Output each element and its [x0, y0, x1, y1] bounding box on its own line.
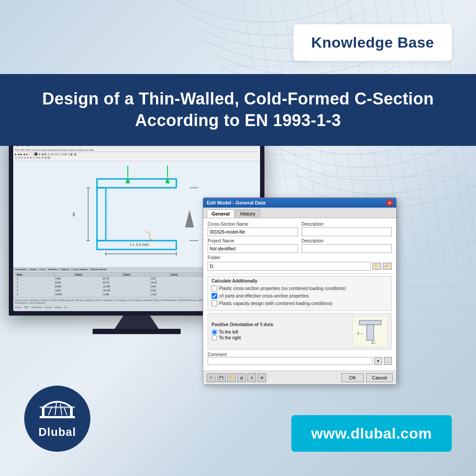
- svg-rect-58: [40, 406, 75, 408]
- logo-container: Dlubal: [24, 386, 90, 452]
- radio-left-label: To the left: [219, 330, 238, 335]
- tab-general[interactable]: General: [207, 209, 234, 218]
- svg-rect-29: [97, 179, 176, 188]
- cross-section-desc-group: Description: [301, 222, 392, 236]
- orientation-title: Positive Orientation of Y-Axis: [212, 322, 348, 327]
- footer-icons: ? 💾 📂 🖨 ℹ ⚙: [207, 373, 266, 382]
- dialog-close-button[interactable]: ✕: [387, 200, 393, 206]
- svg-marker-35: [126, 177, 130, 183]
- calculate-title: Calculate Additionally: [212, 279, 388, 283]
- folder-new-button[interactable]: 📂: [383, 263, 392, 270]
- radio-right-row: To the right: [212, 335, 348, 341]
- orientation-section: Positive Orientation of Y-Axis To the le…: [208, 313, 392, 350]
- project-name-label: Project Name: [208, 238, 298, 243]
- folder-browse-button[interactable]: 📁: [372, 263, 381, 270]
- project-desc-input[interactable]: [301, 244, 392, 253]
- dlubal-logo-icon: [40, 398, 75, 423]
- svg-rect-48: [367, 325, 374, 340]
- cross-section-label: Cross-Section Name: [208, 222, 298, 227]
- svg-line-57: [64, 407, 67, 415]
- svg-line-56: [60, 404, 62, 415]
- folder-label: Folder:: [208, 255, 221, 260]
- comment-dropdown-button[interactable]: ▼: [374, 357, 382, 365]
- svg-text:89: 89: [72, 212, 76, 216]
- title-banner: Design of a Thin-Walled, Cold-Formed C-S…: [0, 74, 476, 146]
- footer-save-icon[interactable]: 💾: [217, 373, 226, 382]
- footer-buttons: OK Cancel: [342, 373, 393, 382]
- svg-text:Z↓: Z↓: [372, 340, 376, 345]
- dialog-footer: ? 💾 📂 🖨 ℹ ⚙ OK Cancel: [203, 371, 396, 384]
- project-desc-label: Description: [301, 238, 392, 243]
- dialog-title-text: Edit Model - General Data: [207, 200, 265, 205]
- radio-left[interactable]: [212, 329, 217, 335]
- url-badge: www.dlubal.com: [291, 415, 452, 452]
- svg-marker-36: [165, 177, 170, 183]
- checkbox-plastic[interactable]: [212, 286, 217, 291]
- footer-help-icon[interactable]: ?: [207, 373, 216, 382]
- comment-row: Comment ▼ ...: [208, 352, 392, 365]
- checkbox-capacity-row: Plastic capacity design (with combined l…: [212, 301, 388, 306]
- svg-rect-51: [40, 416, 75, 418]
- svg-rect-30: [97, 188, 106, 241]
- checkbox-plastic-label: Plastic cross-section properties (no com…: [219, 286, 346, 291]
- knowledge-badge: Knowledge Base: [294, 24, 452, 61]
- radio-left-row: To the left: [212, 329, 348, 335]
- comment-label: Comment: [208, 352, 227, 357]
- project-name-row: Project Name Description: [208, 238, 392, 253]
- separator-1: [208, 273, 392, 274]
- footer-info-icon[interactable]: ℹ: [247, 373, 256, 382]
- checkbox-capacity[interactable]: [212, 301, 217, 306]
- checkbox-ct-row: c/t parts and effective cross-section pr…: [212, 293, 388, 299]
- title-text: Design of a Thin-Walled, Cold-Formed C-S…: [24, 88, 452, 132]
- cross-section-input[interactable]: [208, 227, 298, 236]
- radio-right[interactable]: [212, 335, 217, 341]
- c-section-drawing: t = 3.4 mm 89: [62, 166, 212, 263]
- checkbox-capacity-label: Plastic capacity design (with combined l…: [219, 301, 332, 306]
- svg-text:Y→: Y→: [357, 331, 364, 336]
- checkbox-ct[interactable]: [212, 293, 217, 299]
- comment-input[interactable]: [208, 357, 372, 365]
- dialog-tabs: General History: [203, 208, 396, 218]
- project-name-input[interactable]: [208, 244, 298, 253]
- monitor-toolbar: File Edit View Insert Loads Calculate Re…: [13, 148, 260, 161]
- ok-button[interactable]: OK: [342, 373, 364, 382]
- edit-model-dialog: Edit Model - General Data ✕ General Hist…: [203, 197, 397, 385]
- folder-input[interactable]: [208, 262, 371, 271]
- y-axis-diagram: Y→ Z↓: [353, 316, 388, 347]
- checkbox-plastic-row: Plastic cross-section properties (no com…: [212, 286, 388, 291]
- cross-section-desc-input[interactable]: [301, 227, 392, 236]
- cross-section-row: Cross-Section Name Description: [208, 222, 392, 236]
- svg-rect-47: [359, 320, 381, 325]
- monitor-stand: [115, 316, 159, 329]
- svg-marker-43: [185, 210, 194, 227]
- radio-right-label: To the right: [219, 335, 241, 340]
- tab-history[interactable]: History: [235, 209, 260, 218]
- checkbox-ct-label: c/t parts and effective cross-section pr…: [219, 293, 309, 299]
- comment-browse-button[interactable]: ...: [384, 357, 392, 365]
- knowledge-badge-text: Knowledge Base: [311, 34, 434, 51]
- calculate-section: Calculate Additionally Plastic cross-sec…: [208, 276, 392, 311]
- footer-open-icon[interactable]: 📂: [227, 373, 236, 382]
- cross-section-desc-label: Description: [301, 222, 392, 227]
- logo-text: Dlubal: [38, 425, 76, 439]
- project-name-group: Project Name: [208, 238, 298, 253]
- dialog-body: Cross-Section Name Description Project N…: [203, 218, 396, 371]
- svg-line-55: [55, 403, 56, 415]
- project-desc-group: Description: [301, 238, 392, 253]
- logo-circle: Dlubal: [24, 386, 90, 452]
- footer-print-icon[interactable]: 🖨: [237, 373, 246, 382]
- dialog-titlebar: Edit Model - General Data ✕: [203, 198, 396, 208]
- url-text: www.dlubal.com: [311, 425, 432, 442]
- svg-text:t = 3.4 mm: t = 3.4 mm: [130, 242, 149, 247]
- cancel-button[interactable]: Cancel: [366, 373, 393, 382]
- footer-calc-icon[interactable]: ⚙: [257, 373, 266, 382]
- cross-section-name-group: Cross-Section Name: [208, 222, 298, 236]
- folder-row: Folder:: [208, 255, 392, 260]
- monitor-base: [93, 329, 181, 334]
